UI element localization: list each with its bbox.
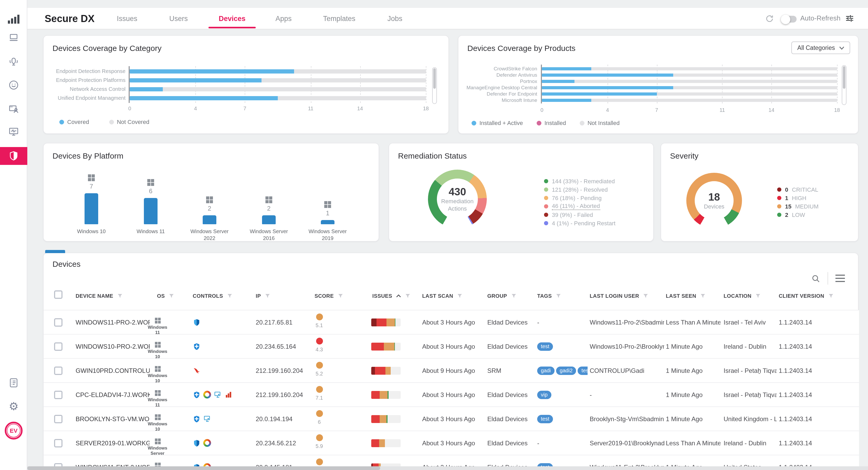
remediation-legend-item[interactable]: 121 (28%) - Resolved (544, 185, 615, 194)
filter-icon[interactable] (457, 293, 463, 299)
column-header-score[interactable]: SCORE (314, 293, 343, 299)
user-avatar[interactable]: EV (0, 422, 27, 440)
legend-item[interactable]: Not Installed (580, 120, 620, 126)
issues-bar[interactable] (371, 318, 401, 326)
dashboard-settings-button[interactable] (845, 14, 854, 23)
bar-track[interactable] (130, 96, 426, 100)
column-header-tags[interactable]: TAGS (537, 293, 561, 299)
horizontal-scrollbar[interactable] (27, 466, 868, 470)
table-row[interactable]: WINDOWS11-PRO-2.WORKG Windows11 20.217.6… (43, 310, 859, 334)
tag-pill[interactable]: test (537, 415, 553, 423)
bar-track[interactable] (542, 73, 837, 77)
tab-apps[interactable]: Apps (275, 15, 292, 23)
filter-icon[interactable] (643, 293, 649, 299)
filter-icon[interactable] (405, 293, 411, 299)
row-checkbox[interactable] (54, 367, 62, 375)
sidebar-item-user-sessions[interactable] (0, 103, 27, 115)
table-row[interactable]: WINDOWS10-PRO-2.WORKG Windows10 20.234.6… (43, 334, 859, 358)
filter-icon[interactable] (511, 293, 517, 299)
tag-pill[interactable]: test (537, 342, 553, 350)
column-header-controls[interactable]: CONTROLS (193, 293, 232, 299)
column-header-os[interactable]: OS (157, 293, 174, 299)
menu-icon[interactable] (835, 275, 845, 282)
platform-bar[interactable] (203, 215, 216, 224)
legend-item[interactable]: Covered (59, 119, 89, 125)
issues-bar[interactable] (371, 439, 401, 447)
remediation-legend-item[interactable]: 46 (11%) - Aborted (544, 202, 615, 211)
remediation-legend-item[interactable]: 144 (33%) - Remediated (544, 177, 615, 185)
sidebar-item-support[interactable] (0, 56, 27, 68)
column-header-client-version[interactable]: CLIENT VERSION (779, 293, 834, 299)
table-row[interactable]: SERVER2019-01.WORKGRO WindowsServer2019 … (43, 431, 859, 455)
tab-templates[interactable]: Templates (323, 15, 355, 23)
column-header-location[interactable]: LOCATION (723, 293, 761, 299)
filter-icon[interactable] (265, 293, 271, 299)
remediation-legend-item[interactable]: 76 (18%) - Pending (544, 194, 615, 202)
tab-devices[interactable]: Devices (219, 15, 246, 23)
remediation-legend-item[interactable]: 39 (9%) - Failed (544, 211, 615, 219)
sidebar-item-devices[interactable] (0, 32, 27, 43)
filter-icon[interactable] (700, 293, 706, 299)
bar-track[interactable] (542, 99, 837, 102)
search-icon[interactable] (811, 274, 820, 283)
filter-icon[interactable] (226, 293, 232, 299)
severity-legend-item[interactable]: 15MEDIUM (777, 202, 819, 211)
sidebar-item-security[interactable] (0, 147, 27, 165)
row-checkbox[interactable] (54, 439, 62, 447)
legend-item[interactable]: Not Covered (109, 119, 149, 125)
tab-issues[interactable]: Issues (117, 15, 137, 23)
tag-pill[interactable]: gadi2 (556, 366, 576, 375)
category-filter-select[interactable]: All Categories (792, 41, 850, 54)
table-row[interactable]: GWIN10PRD.CONTROLUP.D Windows10 212.199.… (43, 358, 859, 382)
sidebar-item-monitoring[interactable] (0, 126, 27, 137)
refresh-button[interactable] (765, 14, 774, 23)
bar-track[interactable] (542, 92, 837, 96)
sidebar-item-settings[interactable]: ⚙ (0, 401, 27, 412)
chart-scrollbar[interactable] (432, 67, 437, 104)
column-header-last-login-user[interactable]: LAST LOGIN USER (590, 293, 649, 299)
row-checkbox[interactable] (54, 342, 62, 351)
column-header-issues[interactable]: ISSUES (372, 293, 411, 299)
issues-bar[interactable] (371, 391, 401, 399)
platform-bar[interactable] (321, 220, 335, 224)
row-checkbox[interactable] (54, 318, 62, 326)
bar-track[interactable] (542, 86, 837, 89)
remediation-legend-item[interactable]: 4 (1%) - Pending Restart (544, 219, 615, 227)
issues-bar[interactable] (371, 415, 401, 423)
column-header-ip[interactable]: IP (256, 293, 271, 299)
table-row[interactable]: CPC-ELDADVI4-7J.WORKGR Windows11 212.199… (43, 382, 859, 406)
sidebar-item-sentiment[interactable] (0, 79, 27, 91)
severity-legend-item[interactable]: 2LOW (777, 211, 819, 219)
select-all-checkbox[interactable] (54, 290, 62, 299)
tab-jobs[interactable]: Jobs (387, 15, 402, 23)
bar-track[interactable] (130, 78, 426, 83)
filter-icon[interactable] (117, 293, 123, 299)
severity-legend-item[interactable]: 1HIGH (777, 194, 819, 202)
issues-bar[interactable] (371, 342, 401, 350)
legend-item[interactable]: Installed (537, 120, 566, 126)
filter-icon[interactable] (755, 293, 761, 299)
sidebar-item-reports[interactable] (0, 377, 27, 388)
auto-refresh-toggle[interactable] (782, 16, 797, 23)
platform-bar[interactable] (262, 215, 276, 224)
filter-icon[interactable] (828, 293, 834, 299)
tag-pill[interactable]: gadi (537, 366, 555, 375)
platform-bar[interactable] (144, 198, 158, 224)
row-checkbox[interactable] (54, 415, 62, 423)
bar-track[interactable] (130, 69, 426, 73)
row-checkbox[interactable] (54, 391, 62, 399)
scrollbar-thumb[interactable] (27, 466, 380, 470)
filter-icon[interactable] (556, 293, 561, 299)
platform-bar[interactable] (85, 193, 98, 224)
column-header-last-seen[interactable]: LAST SEEN (666, 293, 706, 299)
filter-icon[interactable] (168, 293, 174, 299)
issues-bar[interactable] (371, 367, 401, 374)
column-header-group[interactable]: GROUP (487, 293, 517, 299)
table-row[interactable]: BROOKLYN-STG-VM.WORKG Windows10 20.0.194… (43, 406, 859, 431)
tag-pill[interactable]: test (578, 366, 588, 375)
bar-track[interactable] (130, 87, 426, 91)
severity-legend-item[interactable]: 0CRITICAL (777, 185, 819, 194)
filter-icon[interactable] (337, 293, 343, 299)
tab-users[interactable]: Users (169, 15, 188, 23)
bar-track[interactable] (542, 67, 837, 70)
